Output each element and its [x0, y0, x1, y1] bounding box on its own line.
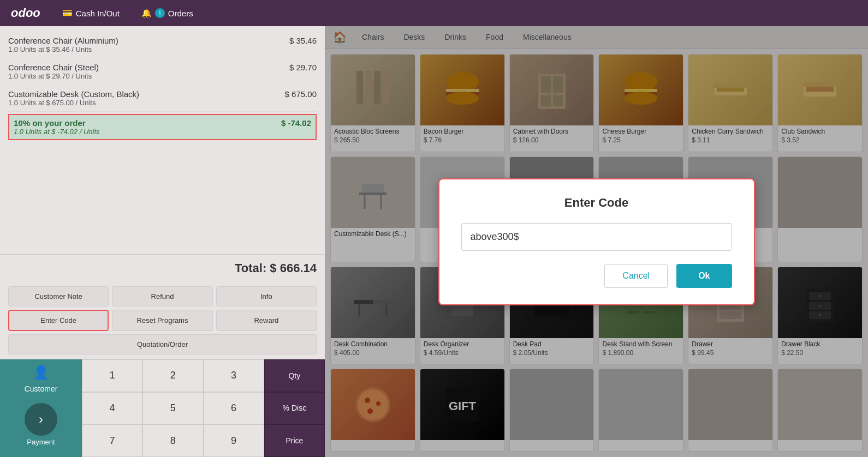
numpad-grid: 1 2 3 Qty 4 5 6 % Disc 7 8 9 Price: [82, 359, 325, 457]
item-detail-discount: 1.0 Units at $ -74.02 / Units: [14, 128, 100, 136]
price-button[interactable]: Price: [264, 424, 325, 457]
person-icon: 👤: [33, 365, 49, 380]
modal-overlay: Enter Code Cancel Ok: [325, 26, 868, 457]
num-1[interactable]: 1: [82, 359, 142, 392]
item-price-0: $ 35.46: [289, 36, 317, 53]
order-total: Total: $ 666.14: [0, 254, 325, 282]
enter-code-modal: Enter Code Cancel Ok: [438, 178, 755, 305]
code-input[interactable]: [461, 223, 732, 251]
cash-in-out-nav[interactable]: 💳 Cash In/Out: [62, 8, 120, 18]
refund-button[interactable]: Refund: [112, 286, 212, 306]
payment-next-button[interactable]: ›: [25, 403, 57, 436]
order-item-discount[interactable]: 10% on your order 1.0 Units at $ -74.02 …: [8, 114, 317, 140]
customer-note-button[interactable]: Customer Note: [8, 286, 109, 306]
num-2[interactable]: 2: [142, 359, 203, 392]
payment-label: Payment: [27, 438, 55, 446]
order-item-1[interactable]: Conference Chair (Steel) 1.0 Units at $ …: [8, 58, 317, 85]
item-price-discount: $ -74.02: [281, 118, 311, 136]
reward-button[interactable]: Reward: [216, 310, 317, 331]
item-name-0: Conference Chair (Aluminium): [8, 36, 118, 45]
orders-icon: 🔔: [141, 8, 152, 18]
customer-section: 👤 Customer › Payment: [0, 359, 82, 457]
numpad-area: 👤 Customer › Payment 1 2 3 Qty 4 5 6 % D…: [0, 359, 325, 457]
modal-ok-button[interactable]: Ok: [676, 264, 732, 288]
enter-code-button[interactable]: Enter Code: [8, 310, 109, 331]
num-7[interactable]: 7: [82, 424, 142, 457]
num-4[interactable]: 4: [82, 392, 142, 425]
reset-programs-button[interactable]: Reset Programs: [112, 310, 212, 331]
num-6[interactable]: 6: [204, 392, 264, 425]
item-detail-0: 1.0 Units at $ 35.46 / Units: [8, 45, 118, 53]
order-item-2[interactable]: Customizable Desk (Custom, Black) 1.0 Un…: [8, 85, 317, 112]
item-detail-1: 1.0 Units at $ 29.70 / Units: [8, 72, 99, 80]
item-name-discount: 10% on your order: [14, 118, 100, 128]
top-nav: odoo 💳 Cash In/Out 🔔 1 Orders: [0, 0, 868, 26]
item-price-2: $ 675.00: [285, 89, 317, 107]
orders-badge: 1: [155, 8, 165, 18]
modal-buttons: Cancel Ok: [461, 264, 732, 288]
action-buttons: Customer Note Refund Info Enter Code Res…: [0, 282, 325, 359]
cash-icon: 💳: [62, 8, 73, 18]
item-name-2: Customizable Desk (Custom, Black): [8, 89, 139, 99]
num-9[interactable]: 9: [204, 424, 264, 457]
modal-title: Enter Code: [461, 196, 732, 210]
disc-button[interactable]: % Disc: [264, 392, 325, 425]
num-5[interactable]: 5: [142, 392, 203, 425]
item-detail-2: 1.0 Units at $ 675.00 / Units: [8, 99, 139, 107]
order-items: Conference Chair (Aluminium) 1.0 Units a…: [0, 26, 325, 254]
item-name-1: Conference Chair (Steel): [8, 63, 99, 72]
info-button[interactable]: Info: [216, 286, 317, 306]
left-panel: Conference Chair (Aluminium) 1.0 Units a…: [0, 26, 325, 457]
num-3[interactable]: 3: [204, 359, 264, 392]
odoo-logo: odoo: [11, 6, 40, 20]
item-price-1: $ 29.70: [289, 63, 317, 80]
right-panel: 🏠 Chairs Desks Drinks Food Miscellaneous…: [325, 26, 868, 457]
num-8[interactable]: 8: [142, 424, 203, 457]
qty-button[interactable]: Qty: [264, 359, 325, 392]
customer-label[interactable]: Customer: [25, 384, 58, 393]
main-content: Conference Chair (Aluminium) 1.0 Units a…: [0, 26, 868, 457]
quotation-order-button[interactable]: Quotation/Order: [8, 334, 317, 354]
orders-nav[interactable]: 🔔 1 Orders: [141, 8, 193, 18]
modal-cancel-button[interactable]: Cancel: [604, 264, 668, 288]
order-item-0[interactable]: Conference Chair (Aluminium) 1.0 Units a…: [8, 32, 317, 58]
